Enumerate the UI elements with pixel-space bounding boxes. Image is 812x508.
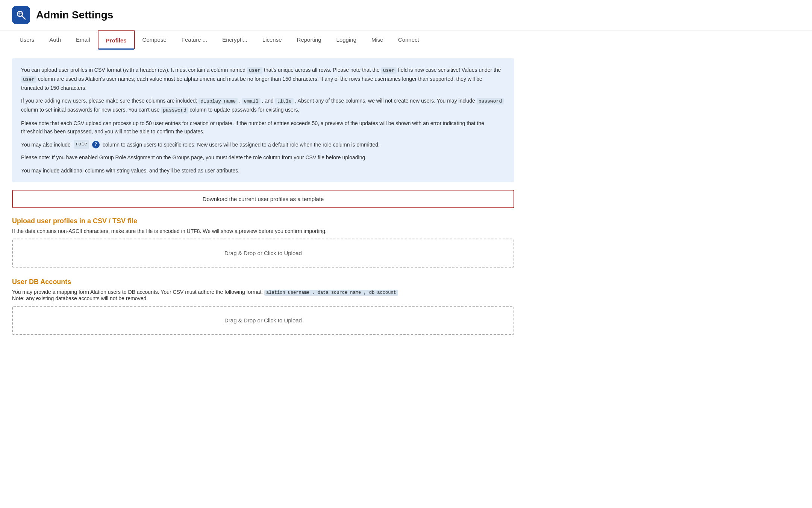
nav-item-license[interactable]: License [255,30,289,49]
info-para-4: You may also include role ? column to as… [21,140,505,149]
nav-item-users[interactable]: Users [12,30,42,49]
svg-line-1 [22,16,25,19]
code-user-1: user [247,67,262,74]
download-template-button[interactable]: Download the current user profiles as a … [12,190,514,208]
db-accounts-section: User DB Accounts You may provide a mappi… [12,278,514,335]
nav-item-auth[interactable]: Auth [42,30,68,49]
code-user-2: user [381,67,397,74]
info-para-6: You may include additional columns with … [21,166,505,175]
nav-item-feature[interactable]: Feature ... [174,30,215,49]
code-display-name: display_name [198,98,238,104]
nav-item-email[interactable]: Email [68,30,98,49]
main-nav: Users Auth Email Profiles Compose Featur… [0,30,812,49]
nav-item-misc[interactable]: Misc [364,30,391,49]
nav-item-connect[interactable]: Connect [391,30,427,49]
code-title: title [275,98,294,104]
nav-item-profiles[interactable]: Profiles [98,30,135,49]
db-format-code: alation username , data source name , db… [264,290,398,296]
info-para-5: Please note: If you have enabled Group R… [21,153,505,162]
info-box: You can upload user profiles in CSV form… [12,58,514,182]
nav-item-encrypti[interactable]: Encrypti... [215,30,255,49]
nav-item-reporting[interactable]: Reporting [289,30,329,49]
code-user-3: user [21,76,36,83]
db-upload-zone[interactable]: Drag & Drop or Click to Upload [12,306,514,335]
csv-upload-zone[interactable]: Drag & Drop or Click to Upload [12,239,514,268]
nav-item-compose[interactable]: Compose [135,30,174,49]
help-icon[interactable]: ? [92,141,100,148]
code-email: email [242,98,261,104]
upload-section: Upload user profiles in a CSV / TSV file… [12,217,514,268]
main-content: You can upload user profiles in CSV form… [0,49,526,354]
upload-label: Drag & Drop or Click to Upload [224,250,302,256]
upload-section-desc: If the data contains non-ASCII character… [12,228,514,234]
db-section-title: User DB Accounts [12,278,514,286]
code-role: role [74,140,89,149]
page-title: Admin Settings [36,9,113,21]
code-password-2: password [161,107,188,113]
info-para-2: If you are adding new users, please make… [21,97,505,115]
info-para-1: You can upload user profiles in CSV form… [21,66,505,92]
nav-item-logging[interactable]: Logging [329,30,364,49]
page-header: Admin Settings [0,0,812,30]
db-section-desc: You may provide a mapping form Alation u… [12,289,514,301]
upload-section-title: Upload user profiles in a CSV / TSV file [12,217,514,225]
code-password-1: password [477,98,504,104]
db-upload-label: Drag & Drop or Click to Upload [224,317,302,324]
info-para-3: Please note that each CSV upload can pro… [21,119,505,136]
app-logo [12,6,30,24]
